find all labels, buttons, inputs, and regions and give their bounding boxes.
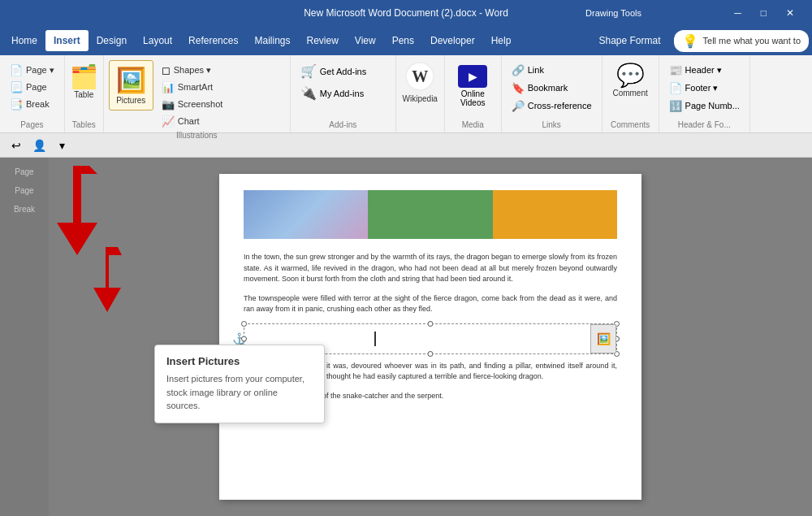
document-area: Page Page Break In the town, the sun gre… [0,158,812,516]
cross-ref-icon: 🔎 [512,100,525,112]
shapes-icon: ◻ [162,64,171,76]
illustrations-label: Illustrations [109,129,285,141]
pictures-button[interactable]: 🖼️ Pictures [109,60,153,111]
comments-group[interactable]: 💬 Comment Comments [603,55,659,132]
wikipedia-icon: W [405,62,434,91]
bookmark-icon: 🔖 [512,82,525,94]
shape-format-tab[interactable]: Shape Format [591,30,669,51]
more-btn[interactable]: ▾ [52,136,71,155]
handle-tm [428,321,434,327]
sidebar-item-insert[interactable]: Insert [45,30,89,51]
sidebar-item-home[interactable]: Home [3,30,45,51]
undo-btn[interactable]: ↩ [6,136,26,155]
sidebar-item-review[interactable]: Review [298,30,346,51]
blank-page-icon: 📃 [10,81,23,93]
links-label: Links [507,119,597,131]
maximize-btn[interactable]: □ [751,7,776,19]
online-videos-button[interactable]: ▶ Online Videos [450,62,496,111]
online-videos-icon: ▶ [458,65,487,88]
header-icon: 📰 [669,64,682,76]
sidebar-item-mailings[interactable]: Mailings [246,30,298,51]
page-cover-btn[interactable]: 📄 Page ▾ [5,62,59,78]
sidebar-item-help[interactable]: Help [483,30,520,51]
get-addins-icon: 🛒 [300,63,317,79]
wikipedia-group[interactable]: W Wikipedia [396,55,445,132]
my-addins-icon: 🔌 [300,85,317,101]
table-group[interactable]: 🗂️ Table Tables [65,55,104,132]
comment-icon: 💬 [616,62,645,89]
title-bar-text: New Microsoft Word Document (2).docx - W… [304,7,508,19]
comments-label: Comments [611,119,650,131]
cross-reference-button[interactable]: 🔎 Cross-reference [507,98,597,114]
chart-icon: 📈 [162,115,175,128]
page-cover-icon: 📄 [10,64,23,76]
smartart-button[interactable]: 📊 SmartArt [157,79,228,95]
header-footer-group: 📰 Header ▾ 📄 Footer ▾ 🔢 Page Numb... Hea… [659,55,750,132]
sidebar-page2-item: Page [11,183,37,198]
color-block-green [368,190,492,239]
color-block-orange [493,190,617,239]
media-label: Media [450,119,496,131]
table-label: Table [74,90,93,99]
footer-button[interactable]: 📄 Footer ▾ [664,80,723,96]
sidebar-item-design[interactable]: Design [89,30,135,51]
page-break-btn[interactable]: 📑 Break [5,96,54,112]
blank-page-btn[interactable]: 📃 Page [5,79,52,95]
illustrations-group: 🖼️ Pictures ◻ Shapes ▾ 📊 SmartArt 📷 Scre… [104,55,291,132]
ribbon: 📄 Page ▾ 📃 Page 📑 Break Pages 🗂️ Table T… [0,55,812,133]
drawing-tools-label: Drawing Tools [585,0,641,26]
sidebar-item-developer[interactable]: Developer [422,30,483,51]
tooltip-text: Insert pictures from your computer, stoc… [166,372,313,413]
tooltip-title: Insert Pictures [166,355,313,367]
pictures-label: Pictures [116,96,145,105]
header-footer-label: Header & Fo... [664,119,745,131]
left-sidebar: Page Page Break [0,158,49,516]
tell-me-text: Tell me what you want to [703,36,801,46]
color-block-purple [244,190,368,239]
sidebar-item-pens[interactable]: Pens [384,30,422,51]
handle-ml [241,336,247,341]
screenshot-button[interactable]: 📷 Screenshot [157,96,228,112]
paragraph-2: The townspeople were filled with terror … [244,293,617,315]
my-addins-button[interactable]: 🔌 My Add-ins [296,84,369,102]
addins-label: Add-ins [296,119,391,131]
addins-group: 🛒 Get Add-ins 🔌 My Add-ins Add-ins [291,55,396,132]
smartart-icon: 📊 [162,81,175,93]
page-content: In the town, the sun grew stronger and b… [219,174,641,500]
table-icon: 🗂️ [70,63,98,90]
tell-me-box[interactable]: 💡 Tell me what you want to [674,30,809,52]
close-btn[interactable]: ✕ [776,7,804,19]
color-blocks [244,190,617,239]
tooltip: Insert Pictures Insert pictures from you… [154,345,325,423]
comment-label: Comment [612,89,647,98]
minimize-btn[interactable]: ─ [724,7,751,19]
page-number-icon: 🔢 [669,100,682,112]
bookmark-button[interactable]: 🔖 Bookmark [507,80,573,96]
sidebar-break-item: Break [11,202,38,217]
sidebar-item-layout[interactable]: Layout [135,30,180,51]
link-icon: 🔗 [512,64,525,76]
page-break-icon: 📑 [10,98,23,111]
user-btn[interactable]: 👤 [29,136,49,155]
chart-button[interactable]: 📈 Chart [157,113,228,129]
image-in-textbox: 🖼️ [590,324,616,353]
footer-icon: 📄 [669,82,682,94]
lightbulb-icon: 💡 [682,33,698,49]
sidebar-item-references[interactable]: References [180,30,246,51]
link-button[interactable]: 🔗 Link [507,62,549,78]
paragraph-1: In the town, the sun grew stronger and b… [244,252,617,285]
wikipedia-label: Wikipedia [403,94,438,103]
sidebar-item-view[interactable]: View [347,30,384,51]
pages-group: 📄 Page ▾ 📃 Page 📑 Break Pages [0,55,65,132]
header-button[interactable]: 📰 Header ▾ [664,62,727,78]
tables-group-label: Tables [72,119,96,131]
pages-label: Pages [5,119,59,131]
screenshot-icon: 📷 [162,98,175,111]
handle-tl [241,321,247,327]
page-number-button[interactable]: 🔢 Page Numb... [664,98,745,114]
shapes-button[interactable]: ◻ Shapes ▾ [157,62,228,78]
get-addins-button[interactable]: 🛒 Get Add-ins [296,62,371,80]
sidebar-page-item: Page [11,164,37,180]
window-controls[interactable]: ─ □ ✕ [724,7,804,19]
menu-bar: Home Insert Design Layout References Mai… [0,26,812,55]
